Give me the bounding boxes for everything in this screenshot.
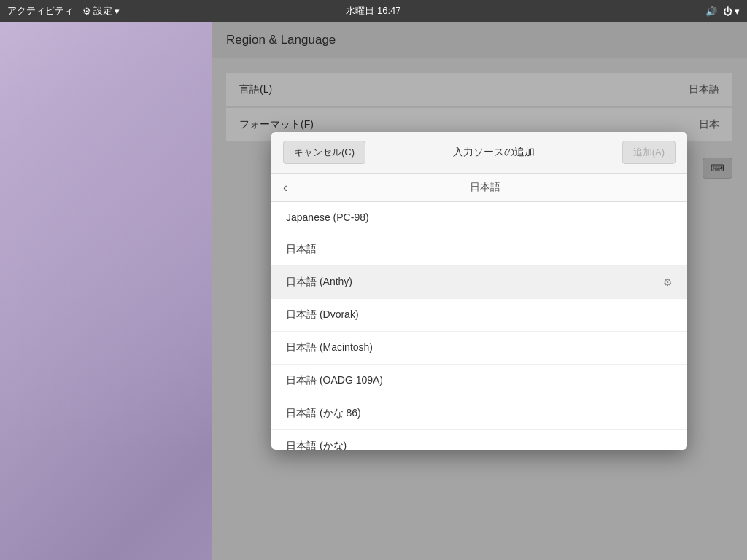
list-item[interactable]: 日本語 (Dvorak)	[271, 299, 687, 332]
list-item-label: 日本語 (かな)	[286, 440, 347, 450]
topbar-datetime: 水曜日 16:47	[346, 4, 400, 18]
dialog-header: キャンセル(C) 入力ソースの追加 追加(A)	[271, 132, 687, 174]
list-item[interactable]: 日本語 (かな 86)	[271, 397, 687, 430]
content-area: Region & Language 言語(L) 日本語 フォーマット(F) 日本…	[212, 22, 747, 560]
topbar-left: アクティビティ ⚙ 設定 ▾	[7, 4, 120, 18]
nav-label: 日本語	[295, 181, 676, 194]
list-item[interactable]: 日本語 (Anthy) ⚙	[271, 266, 687, 299]
list-item-label: 日本語 (OADG 109A)	[286, 374, 383, 387]
settings-menu-button[interactable]: ⚙ 設定 ▾	[82, 4, 120, 18]
list-item[interactable]: Japanese (PC-98)	[271, 202, 687, 233]
add-input-source-dialog: キャンセル(C) 入力ソースの追加 追加(A) ‹ 日本語 Japanese (…	[271, 132, 687, 450]
list-item[interactable]: 日本語 (Macintosh)	[271, 332, 687, 365]
dialog-nav: ‹ 日本語	[271, 174, 687, 202]
add-button[interactable]: 追加(A)	[622, 141, 676, 164]
list-item-label: 日本語	[286, 243, 317, 256]
list-item-label: 日本語 (かな 86)	[286, 407, 361, 420]
topbar-right: 🔊 ⏻ ▾	[705, 6, 740, 17]
power-icon: ⏻	[723, 6, 732, 17]
dialog-overlay: キャンセル(C) 入力ソースの追加 追加(A) ‹ 日本語 Japanese (…	[212, 22, 747, 560]
dialog-title: 入力ソースの追加	[373, 146, 615, 159]
topbar: アクティビティ ⚙ 設定 ▾ 水曜日 16:47 🔊 ⏻ ▾	[0, 0, 747, 22]
list-item-label: 日本語 (Dvorak)	[286, 308, 359, 322]
cancel-button[interactable]: キャンセル(C)	[283, 141, 365, 164]
list-item-label: Japanese (PC-98)	[286, 211, 369, 223]
list-item[interactable]: 日本語	[271, 233, 687, 266]
back-button[interactable]: ‹	[283, 181, 287, 194]
list-item-label: 日本語 (Anthy)	[286, 276, 352, 289]
list-item[interactable]: 日本語 (かな)	[271, 430, 687, 450]
main-area: 🔍 設定 🖥 Background 🔔 Notifications 🔍 検索 🌐…	[0, 22, 747, 560]
input-source-list: Japanese (PC-98) 日本語 日本語 (Anthy) ⚙ 日本語 (…	[271, 202, 687, 450]
power-button[interactable]: ⏻ ▾	[723, 6, 740, 17]
volume-button[interactable]: 🔊	[705, 6, 717, 17]
volume-icon: 🔊	[705, 6, 717, 17]
list-item-label: 日本語 (Macintosh)	[286, 341, 373, 354]
activities-button[interactable]: アクティビティ	[7, 4, 74, 18]
list-item[interactable]: 日本語 (OADG 109A)	[271, 365, 687, 397]
gear-icon: ⚙	[663, 276, 673, 288]
